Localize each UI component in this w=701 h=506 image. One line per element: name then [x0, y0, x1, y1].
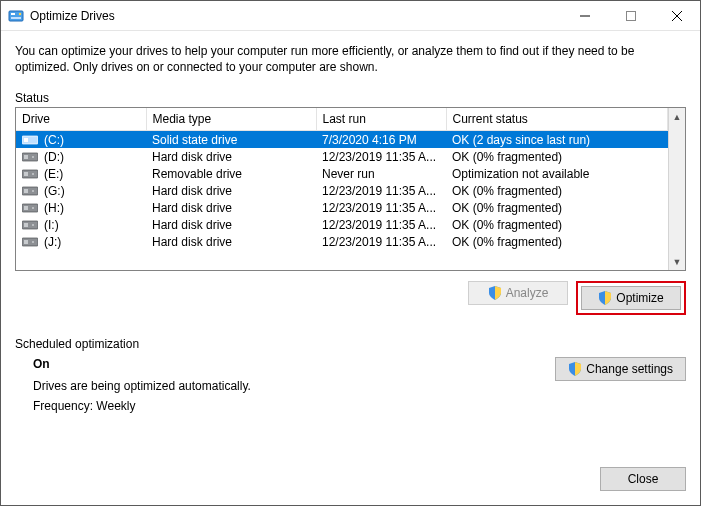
svg-point-26: [32, 241, 34, 243]
close-button[interactable]: [654, 1, 700, 31]
media-cell: Removable drive: [146, 165, 316, 182]
drive-cell: (E:): [16, 165, 146, 182]
last-run-cell: 12/23/2019 11:35 A...: [316, 182, 446, 199]
analyze-button-label: Analyze: [506, 286, 549, 300]
svg-point-23: [32, 224, 34, 226]
table-row[interactable]: (J:)Hard disk drive12/23/2019 11:35 A...…: [16, 233, 668, 250]
shield-icon: [488, 286, 502, 300]
scheduled-optimization-label: Scheduled optimization: [15, 337, 686, 351]
drive-icon: [22, 168, 38, 180]
svg-rect-0: [9, 11, 23, 21]
status-cell: OK (0% fragmented): [446, 148, 668, 165]
svg-point-14: [32, 173, 34, 175]
drive-cell: (D:): [16, 148, 146, 165]
col-media[interactable]: Media type: [146, 108, 316, 131]
sched-desc: Drives are being optimized automatically…: [33, 379, 555, 393]
svg-rect-15: [24, 172, 28, 176]
change-settings-button[interactable]: Change settings: [555, 357, 686, 381]
close-dialog-button-label: Close: [628, 472, 659, 486]
table-row[interactable]: (I:)Hard disk drive12/23/2019 11:35 A...…: [16, 216, 668, 233]
drive-cell: (H:): [16, 199, 146, 216]
drive-list: Drive Media type Last run Current status…: [15, 107, 686, 271]
table-row[interactable]: (C:)Solid state drive7/3/2020 4:16 PMOK …: [16, 131, 668, 149]
media-cell: Solid state drive: [146, 131, 316, 149]
svg-point-3: [19, 12, 21, 14]
app-icon: [8, 8, 24, 24]
svg-point-11: [32, 156, 34, 158]
svg-rect-5: [627, 11, 636, 20]
optimize-button[interactable]: Optimize: [581, 286, 681, 310]
change-settings-button-label: Change settings: [586, 362, 673, 376]
svg-point-17: [32, 190, 34, 192]
shield-icon: [598, 291, 612, 305]
optimize-highlight: Optimize: [576, 281, 686, 315]
svg-rect-27: [24, 240, 28, 244]
intro-text: You can optimize your drives to help you…: [15, 43, 686, 75]
last-run-cell: 7/3/2020 4:16 PM: [316, 131, 446, 149]
svg-rect-18: [24, 189, 28, 193]
maximize-button[interactable]: [608, 1, 654, 31]
optimize-button-label: Optimize: [616, 291, 663, 305]
svg-rect-24: [24, 223, 28, 227]
svg-rect-1: [11, 13, 15, 15]
scroll-up-icon[interactable]: ▲: [669, 108, 686, 125]
status-cell: OK (0% fragmented): [446, 199, 668, 216]
vertical-scrollbar[interactable]: ▲ ▼: [668, 108, 685, 270]
table-row[interactable]: (H:)Hard disk drive12/23/2019 11:35 A...…: [16, 199, 668, 216]
drive-icon: [22, 202, 38, 214]
status-cell: OK (0% fragmented): [446, 233, 668, 250]
scroll-down-icon[interactable]: ▼: [669, 253, 686, 270]
column-headers[interactable]: Drive Media type Last run Current status: [16, 108, 668, 131]
drive-icon: [22, 185, 38, 197]
col-last[interactable]: Last run: [316, 108, 446, 131]
table-row[interactable]: (E:)Removable driveNever runOptimization…: [16, 165, 668, 182]
media-cell: Hard disk drive: [146, 148, 316, 165]
minimize-button[interactable]: [562, 1, 608, 31]
col-drive[interactable]: Drive: [16, 108, 146, 131]
shield-icon: [568, 362, 582, 376]
drive-cell: (J:): [16, 233, 146, 250]
drive-cell: (C:): [16, 131, 146, 149]
last-run-cell: Never run: [316, 165, 446, 182]
media-cell: Hard disk drive: [146, 233, 316, 250]
last-run-cell: 12/23/2019 11:35 A...: [316, 148, 446, 165]
svg-rect-9: [24, 138, 28, 142]
status-cell: OK (2 days since last run): [446, 131, 668, 149]
status-label: Status: [15, 91, 686, 105]
sched-status: On: [33, 357, 555, 371]
table-row[interactable]: (D:)Hard disk drive12/23/2019 11:35 A...…: [16, 148, 668, 165]
svg-rect-12: [24, 155, 28, 159]
drive-icon: [22, 151, 38, 163]
svg-rect-21: [24, 206, 28, 210]
status-cell: OK (0% fragmented): [446, 216, 668, 233]
media-cell: Hard disk drive: [146, 199, 316, 216]
drive-icon: [22, 134, 38, 146]
analyze-button: Analyze: [468, 281, 568, 305]
table-row[interactable]: (G:)Hard disk drive12/23/2019 11:35 A...…: [16, 182, 668, 199]
drive-icon: [22, 236, 38, 248]
media-cell: Hard disk drive: [146, 216, 316, 233]
window-title: Optimize Drives: [30, 9, 115, 23]
svg-point-20: [32, 207, 34, 209]
drive-icon: [22, 219, 38, 231]
title-bar[interactable]: Optimize Drives: [1, 1, 700, 31]
last-run-cell: 12/23/2019 11:35 A...: [316, 233, 446, 250]
last-run-cell: 12/23/2019 11:35 A...: [316, 216, 446, 233]
drive-cell: (I:): [16, 216, 146, 233]
optimize-drives-window: Optimize Drives You can optimize your dr…: [0, 0, 701, 506]
status-cell: OK (0% fragmented): [446, 182, 668, 199]
drive-cell: (G:): [16, 182, 146, 199]
close-dialog-button[interactable]: Close: [600, 467, 686, 491]
last-run-cell: 12/23/2019 11:35 A...: [316, 199, 446, 216]
col-status[interactable]: Current status: [446, 108, 668, 131]
media-cell: Hard disk drive: [146, 182, 316, 199]
svg-rect-2: [11, 17, 21, 19]
status-cell: Optimization not available: [446, 165, 668, 182]
sched-freq: Frequency: Weekly: [33, 399, 555, 413]
